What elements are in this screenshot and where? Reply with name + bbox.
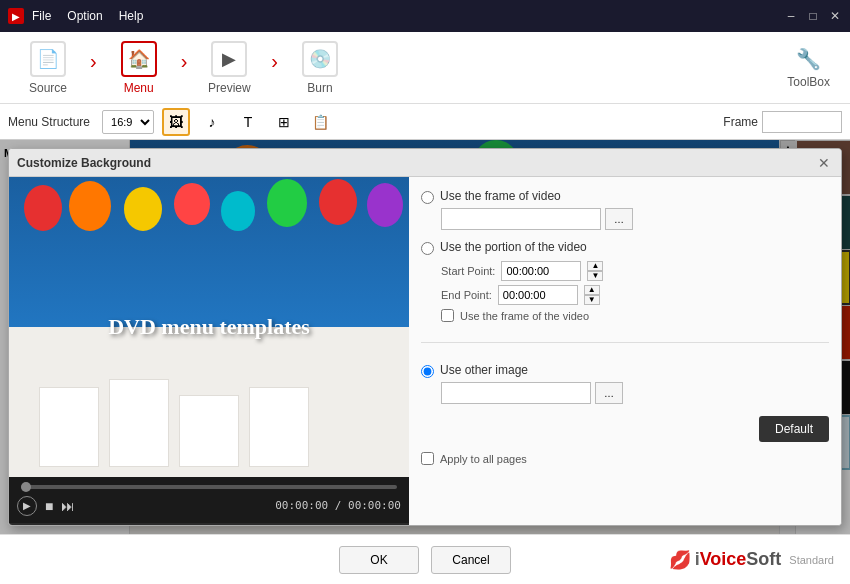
background-music-btn[interactable]: ♪ (198, 108, 226, 136)
start-point-spin: ▲ ▼ (587, 261, 603, 281)
workflow-step-burn[interactable]: 💿 Burn (280, 36, 360, 100)
brand-name: iVoiceSoft (695, 549, 782, 570)
use-frame-checkbox-row: Use the frame of the video (441, 309, 829, 322)
frame-input-row: … (441, 208, 829, 230)
source-label: Source (29, 81, 67, 95)
dialog-close-button[interactable]: ✕ (815, 154, 833, 172)
dialog-play-button[interactable]: ▶ (17, 496, 37, 516)
ok-button[interactable]: OK (339, 546, 419, 574)
background-image-btn[interactable]: 🖼 (162, 108, 190, 136)
title-bar-controls: – □ ✕ (784, 9, 842, 23)
dialog-settings: Use the frame of video … Use the portion… (409, 177, 841, 525)
browse-frame-btn[interactable]: … (605, 208, 633, 230)
preview-label: Preview (208, 81, 251, 95)
frame-input[interactable] (762, 111, 842, 133)
preview-icon: ▶ (211, 41, 247, 77)
default-btn-container: Default (421, 416, 829, 442)
frame-label: Frame (723, 115, 758, 129)
source-icon: 📄 (30, 41, 66, 77)
use-image-radio-row: Use other image (421, 363, 829, 378)
title-bar: ▶ File Option Help – □ ✕ (0, 0, 850, 32)
default-button[interactable]: Default (759, 416, 829, 442)
sub-toolbar: Menu Structure 16:9 4:3 🖼 ♪ T ⊞ 📋 Frame (0, 104, 850, 140)
bottom-bar: OK Cancel 💋 iVoiceSoft Standard (0, 534, 850, 584)
minimize-button[interactable]: – (784, 9, 798, 23)
workflow-arrow-1: › (90, 50, 97, 85)
dialog-next-button[interactable]: ⏭ (61, 498, 75, 514)
dialog-progress-bar[interactable] (21, 485, 397, 489)
section-divider (421, 342, 829, 343)
dialog-progress-thumb[interactable] (21, 482, 31, 492)
brand-container: 💋 iVoiceSoft Standard (511, 549, 834, 571)
dialog-video-content: DVD menu templates (9, 177, 409, 477)
workflow-step-preview[interactable]: ▶ Preview (189, 36, 269, 100)
close-button[interactable]: ✕ (828, 9, 842, 23)
dialog-buttons: OK Cancel (339, 546, 511, 574)
cancel-button[interactable]: Cancel (431, 546, 511, 574)
dialog-video-controls: ▶ ■ ⏭ 00:00:00 / 00:00:00 (9, 477, 409, 523)
dialog-time-display: 00:00:00 / 00:00:00 (275, 499, 401, 512)
end-point-down[interactable]: ▼ (584, 295, 600, 305)
end-point-input[interactable]: 00:00:00 (498, 285, 578, 305)
brand-lips-icon: 💋 (669, 549, 691, 571)
apply-all-label: Apply to all pages (440, 453, 527, 465)
menu-option[interactable]: Option (67, 9, 102, 23)
toolbox-button[interactable]: 🔧 ToolBox (775, 43, 842, 93)
start-point-input[interactable]: 00:00:00 (501, 261, 581, 281)
maximize-button[interactable]: □ (806, 9, 820, 23)
start-point-label: Start Point: (441, 265, 495, 277)
brand-tagline: Standard (789, 554, 834, 566)
dialog-video-preview: DVD menu templates ▶ ■ ⏭ 00:00:00 / 00:0… (9, 177, 409, 525)
title-text-btn[interactable]: T (234, 108, 262, 136)
start-point-up[interactable]: ▲ (587, 261, 603, 271)
dialog-body: DVD menu templates ▶ ■ ⏭ 00:00:00 / 00:0… (9, 177, 841, 525)
option-use-frame: Use the frame of video … (421, 189, 829, 230)
background-options: Use the frame of video … Use the portion… (421, 189, 829, 404)
brand-name-accent: Voice (700, 549, 747, 569)
use-image-label: Use other image (440, 363, 528, 377)
brand-logo: 💋 iVoiceSoft (669, 549, 782, 571)
burn-label: Burn (307, 81, 332, 95)
dialog-playback-controls: ▶ ■ ⏭ 00:00:00 / 00:00:00 (17, 496, 401, 516)
apply-all-checkbox[interactable] (421, 452, 434, 465)
main-area: Main Menu ▸ Title Page1 ▾ Title1 ▾ Chapt… (0, 140, 850, 584)
workflow-step-source[interactable]: 📄 Source (8, 36, 88, 100)
dialog-video-title: DVD menu templates (108, 314, 310, 340)
menu-help[interactable]: Help (119, 9, 144, 23)
end-point-up[interactable]: ▲ (584, 285, 600, 295)
workflow-arrow-2: › (181, 50, 188, 85)
menu-file[interactable]: File (32, 9, 51, 23)
use-frame-label: Use the frame of video (440, 189, 561, 203)
use-frame-radio-row: Use the frame of video (421, 189, 829, 204)
workflow-arrow-3: › (271, 50, 278, 85)
dialog-header: Customize Background ✕ (9, 149, 841, 177)
portion-settings: Start Point: 00:00:00 ▲ ▼ End Point: 00:… (441, 261, 829, 305)
info-btn[interactable]: 📋 (306, 108, 334, 136)
menu-label: Menu (124, 81, 154, 95)
title-bar-menu: File Option Help (32, 9, 143, 23)
workflow-step-menu[interactable]: 🏠 Menu (99, 36, 179, 100)
frame-video-path-input[interactable] (441, 208, 601, 230)
aspect-ratio-select[interactable]: 16:9 4:3 (102, 110, 154, 134)
use-frame-checkbox-label: Use the frame of the video (460, 310, 589, 322)
apply-row: Apply to all pages (421, 452, 829, 465)
option-use-image: Use other image C:\Users\admin\Documents… (421, 363, 829, 404)
end-point-spin: ▲ ▼ (584, 285, 600, 305)
customize-background-dialog: Customize Background ✕ (8, 148, 842, 526)
menu-icon: 🏠 (121, 41, 157, 77)
grid-btn[interactable]: ⊞ (270, 108, 298, 136)
browse-image-btn[interactable]: … (595, 382, 623, 404)
use-portion-radio[interactable] (421, 242, 434, 255)
use-image-radio[interactable] (421, 365, 434, 378)
app-icon: ▶ (8, 8, 24, 24)
use-frame-radio[interactable] (421, 191, 434, 204)
use-portion-radio-row: Use the portion of the video (421, 240, 829, 255)
menu-structure-label: Menu Structure (8, 115, 90, 129)
workflow-bar: 📄 Source › 🏠 Menu › ▶ Preview › 💿 Burn 🔧… (0, 32, 850, 104)
image-path-input[interactable]: C:\Users\admin\Documents\' ... (441, 382, 591, 404)
dialog-stop-button[interactable]: ■ (45, 498, 53, 514)
use-frame-checkbox[interactable] (441, 309, 454, 322)
end-point-row: End Point: 00:00:00 ▲ ▼ (441, 285, 829, 305)
option-use-portion: Use the portion of the video Start Point… (421, 240, 829, 322)
start-point-down[interactable]: ▼ (587, 271, 603, 281)
